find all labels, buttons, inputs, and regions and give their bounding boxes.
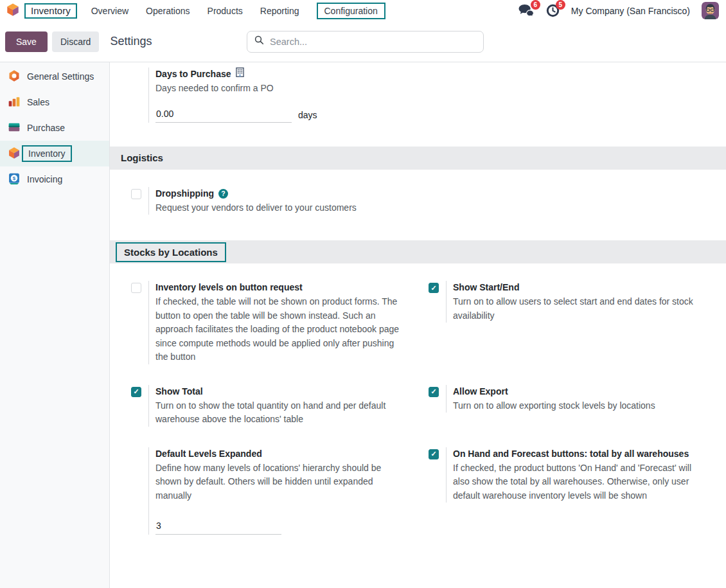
dropshipping-description: Request your vendors to deliver to your … xyxy=(155,201,560,215)
section-header-logistics: Logistics xyxy=(110,147,726,170)
inventory-settings-screen: Inventory Overview Operations Products R… xyxy=(0,0,726,588)
setting-description: Turn on to show the total quantity on ha… xyxy=(155,399,407,427)
default-levels-expanded-input[interactable] xyxy=(155,519,281,535)
sidebar-item-label: Invoicing xyxy=(27,174,62,184)
app-name-menu[interactable]: Inventory xyxy=(24,3,77,19)
setting-allow-export: Allow Export Turn on to allow exporting … xyxy=(407,385,705,413)
search-input[interactable] xyxy=(270,37,476,47)
setting-default-levels-expanded: Default Levels Expanded Define how many … xyxy=(110,447,407,535)
setting-show-total: Show Total Turn on to show the total qua… xyxy=(110,385,407,427)
top-nav-bar: Inventory Overview Operations Products R… xyxy=(0,0,726,21)
help-icon[interactable]: ? xyxy=(218,189,228,199)
setting-days-to-purchase: Days to Purchase xyxy=(110,67,407,123)
company-menu[interactable]: My Company (San Francisco) xyxy=(571,6,690,16)
svg-text:$: $ xyxy=(13,175,16,181)
page-title: Settings xyxy=(110,35,152,48)
top-menu: Overview Operations Products Reporting C… xyxy=(91,3,385,19)
sales-icon xyxy=(8,95,21,110)
inventory-app-icon xyxy=(6,3,20,19)
discard-button[interactable]: Discard xyxy=(52,31,99,52)
general-settings-icon xyxy=(8,69,21,84)
setting-label: On Hand and Forecast buttons: total by a… xyxy=(453,447,705,461)
section-header-stocks-by-locations: Stocks by Locations xyxy=(110,240,726,263)
on-hand-forecast-checkbox[interactable] xyxy=(429,449,439,459)
sidebar-item-label: Inventory xyxy=(22,145,72,162)
menu-overview[interactable]: Overview xyxy=(91,6,128,16)
setting-description: Turn on to allow exporting stock levels … xyxy=(453,399,705,413)
sidebar-item-label: Purchase xyxy=(27,123,65,133)
setting-inventory-levels-on-button-request: Inventory levels on button request If ch… xyxy=(110,281,407,364)
activities-clock-icon[interactable]: 5 xyxy=(546,4,560,17)
sidebar-item-general-settings[interactable]: General Settings xyxy=(0,64,109,89)
purchase-icon xyxy=(8,121,21,136)
activities-badge: 5 xyxy=(556,0,565,10)
menu-configuration[interactable]: Configuration xyxy=(317,3,385,19)
show-start-end-checkbox[interactable] xyxy=(429,283,439,293)
messages-badge: 6 xyxy=(531,0,540,10)
days-to-purchase-description: Days needed to confirm a PO xyxy=(155,82,407,96)
stocks-settings-grid: Inventory levels on button request If ch… xyxy=(110,281,726,535)
messages-icon[interactable]: 6 xyxy=(518,4,535,17)
setting-label: Inventory levels on button request xyxy=(155,281,407,294)
setting-label: Allow Export xyxy=(453,385,705,398)
topbar-right: 6 5 My Company (San Francisco) xyxy=(518,2,720,19)
allow-export-checkbox[interactable] xyxy=(429,387,439,397)
search-box xyxy=(247,31,484,53)
save-button[interactable]: Save xyxy=(5,31,48,52)
menu-reporting[interactable]: Reporting xyxy=(260,6,299,16)
dropshipping-checkbox[interactable] xyxy=(131,189,141,199)
sidebar-item-label: General Settings xyxy=(27,71,94,82)
setting-show-start-end: Show Start/End Turn on to allow users to… xyxy=(407,281,705,323)
sidebar-item-sales[interactable]: Sales xyxy=(0,89,109,115)
sidebar-item-inventory[interactable]: Inventory xyxy=(0,141,109,166)
sidebar-item-purchase[interactable]: Purchase xyxy=(0,115,109,141)
sidebar-item-invoicing[interactable]: $ Invoicing xyxy=(0,166,109,192)
setting-on-hand-forecast-total: On Hand and Forecast buttons: total by a… xyxy=(407,447,705,503)
control-bar: Save Discard Settings xyxy=(0,21,726,62)
inventory-icon xyxy=(8,147,21,161)
setting-dropshipping: Dropshipping ? Request your vendors to d… xyxy=(110,187,560,215)
setting-label: Show Start/End xyxy=(453,281,705,294)
settings-content: Days to Purchase xyxy=(110,62,726,588)
setting-label: Default Levels Expanded xyxy=(155,447,407,461)
setting-description: If checked, the table will not be shown … xyxy=(155,295,407,364)
days-to-purchase-label: Days to Purchase xyxy=(155,67,407,81)
inventory-levels-checkbox[interactable] xyxy=(131,283,141,293)
company-building-icon xyxy=(236,67,244,81)
avatar[interactable] xyxy=(702,2,719,19)
search-icon xyxy=(254,35,264,48)
setting-description: Define how many levels of locations' hie… xyxy=(155,461,407,503)
menu-products[interactable]: Products xyxy=(208,6,243,16)
setting-label: Show Total xyxy=(155,385,407,398)
menu-operations[interactable]: Operations xyxy=(146,6,190,16)
settings-sidebar: General Settings Sales xyxy=(0,62,110,588)
sidebar-item-label: Sales xyxy=(27,97,49,107)
days-to-purchase-input[interactable] xyxy=(155,107,292,123)
setting-description: Turn on to allow users to select start a… xyxy=(453,295,705,323)
setting-description: If checked, the product buttons 'On Hand… xyxy=(453,461,705,503)
dropshipping-label: Dropshipping ? xyxy=(155,187,560,200)
days-unit-label: days xyxy=(298,110,317,123)
invoicing-icon: $ xyxy=(8,172,21,187)
stocks-by-locations-title: Stocks by Locations xyxy=(116,242,226,262)
app-brand: Inventory xyxy=(6,3,77,19)
show-total-checkbox[interactable] xyxy=(131,387,141,397)
